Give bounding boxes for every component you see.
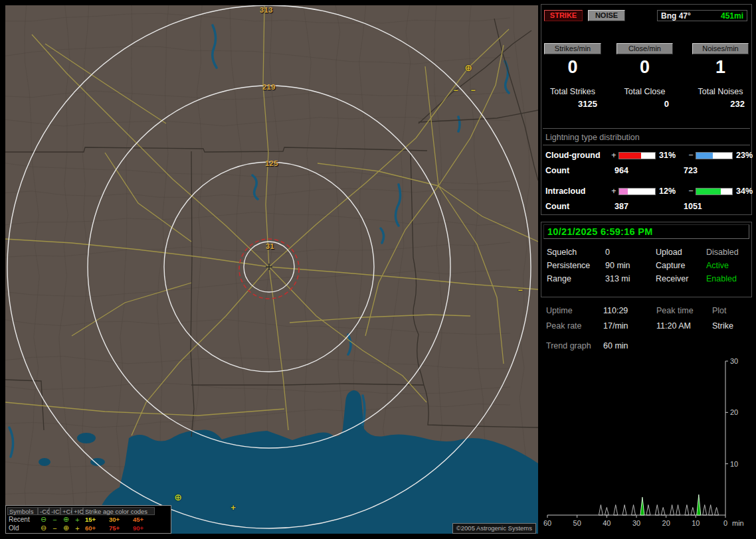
strike-mode-button[interactable]: STRIKE <box>544 10 583 21</box>
svg-text:50: 50 <box>573 519 581 527</box>
ic-positive-pct: 12% <box>657 187 686 196</box>
capture-label: Capture <box>656 261 706 270</box>
intracloud-label: Intracloud <box>545 187 609 196</box>
svg-text:40: 40 <box>603 519 611 527</box>
trend-spike <box>676 505 680 515</box>
persistence-value: 90 min <box>605 261 656 270</box>
ic-negative-count: 1051 <box>684 202 749 211</box>
count-label: Count <box>545 166 614 175</box>
legend-old-label: Old <box>7 524 38 532</box>
age-45: 45+ <box>131 516 155 523</box>
trend-spike <box>715 507 719 515</box>
peak-time-value: 11:20 AM <box>656 321 712 331</box>
capture-status: Active <box>706 261 749 270</box>
uptime-value: 110:29 <box>603 306 656 315</box>
bearing-distance: 451mi <box>721 11 743 21</box>
age-75: 75+ <box>107 524 131 532</box>
trend-spike <box>709 505 713 515</box>
svg-text:60: 60 <box>543 519 551 527</box>
plus-sign: + <box>609 187 618 196</box>
age-90: 90+ <box>131 524 155 532</box>
upload-status: Disabled <box>706 248 749 257</box>
total-strikes-value: 3125 <box>544 99 601 109</box>
copyright-notice: ©2005 Astrogenic Systems <box>452 523 536 534</box>
trend-spike <box>605 507 609 515</box>
status-panel: STRIKE NOISE Bng 47° 451mi Strikes/min 0… <box>538 0 756 539</box>
trend-spike <box>697 495 701 515</box>
cloud-ground-label: Cloud-ground <box>545 151 609 160</box>
strikes-per-min-button[interactable]: Strikes/min <box>544 43 601 54</box>
total-strikes-label: Total Strikes <box>544 87 601 96</box>
uptime-label: Uptime <box>546 306 603 315</box>
cg-positive-pct: 31% <box>657 151 686 160</box>
legend-symbols-header: Symbols <box>7 507 38 515</box>
legend-recent-label: Recent <box>7 516 38 523</box>
age-15: 15+ <box>83 516 107 523</box>
age-60: 60+ <box>83 524 107 532</box>
svg-text:10: 10 <box>692 519 700 527</box>
trend-spike <box>646 505 650 515</box>
trend-graph-value: 60 min <box>603 341 656 350</box>
cg-negative-count: 723 <box>684 166 749 175</box>
trend-spike <box>685 505 689 515</box>
close-per-min-value: 0 <box>616 56 673 78</box>
trend-spike <box>632 505 636 515</box>
pos-ic-old-icon: + <box>72 524 83 532</box>
plus-sign: + <box>609 151 618 160</box>
divider <box>543 128 750 129</box>
receiver-status: Enabled <box>706 274 749 283</box>
pos-cg-recent-icon: ⊕ <box>60 515 72 524</box>
intracloud-row: Intracloud + 12% − 34% <box>545 186 749 196</box>
pos-ic-recent-icon: + <box>72 516 83 524</box>
strikes-per-min-column: Strikes/min 0 Total Strikes 3125 <box>544 43 601 109</box>
ic-positive-count: 387 <box>614 202 684 211</box>
pos-cg-old-icon: ⊕ <box>60 524 72 532</box>
intracloud-counts: Count 387 1051 <box>545 202 749 211</box>
ring-label-125: 125 <box>265 159 278 167</box>
strike-stats-box: STRIKE NOISE Bng 47° 451mi Strikes/min 0… <box>541 4 752 215</box>
bearing-value: Bng 47° <box>661 11 691 21</box>
receiver-label: Receiver <box>656 274 706 283</box>
ring-label-219: 219 <box>262 83 276 91</box>
settings-row: Persistence 90 min Capture Active <box>547 261 749 270</box>
plot-value: Strike <box>712 321 751 331</box>
close-per-min-button[interactable]: Close/min <box>616 43 673 54</box>
noises-per-min-button[interactable]: Noises/min <box>692 43 749 54</box>
peak-rate-label: Peak rate <box>546 321 603 331</box>
trend-spike <box>661 507 665 515</box>
noises-per-min-value: 1 <box>692 56 749 78</box>
trend-spike <box>691 507 695 515</box>
svg-text:30: 30 <box>632 519 640 527</box>
neg-ic-old-icon: − <box>49 524 60 532</box>
cg-positive-count: 964 <box>614 166 684 175</box>
ring-label-313: 313 <box>260 6 273 14</box>
trend-spike <box>622 505 626 515</box>
persistence-label: Persistence <box>547 261 605 270</box>
peak-rate-row: Peak rate 17/min 11:20 AM Strike <box>546 321 751 331</box>
trend-graph: 3020106050403020100min <box>542 354 752 530</box>
neg-cg-recent-icon: ⊖ <box>38 515 49 524</box>
age-30: 30+ <box>107 516 131 523</box>
map-legend: Symbols -CG -IC +CG +IC Strike age color… <box>5 505 171 534</box>
distribution-title: Lightning type distribution <box>545 133 640 142</box>
datetime-display: 10/21/2025 6:59:16 PM <box>543 224 749 239</box>
divider <box>543 145 750 145</box>
range-value: 313 mi <box>605 274 656 283</box>
legend-age-header: Strike age color codes <box>83 507 155 515</box>
neg-ic-recent-icon: − <box>49 516 60 524</box>
total-noises-value: 232 <box>692 99 749 109</box>
legend-col-neg-cg: -CG <box>38 507 49 515</box>
total-noises-label: Total Noises <box>692 87 749 96</box>
trend-spike <box>703 505 707 515</box>
trend-spike <box>670 505 674 515</box>
trend-spike <box>599 505 603 515</box>
trend-row: Trend graph 60 min <box>546 341 751 350</box>
settings-row: Range 313 mi Receiver Enabled <box>547 274 749 283</box>
lightning-map[interactable]: 313 219 125 31 ⊕−−−⊕+ Symbols -CG -IC +C… <box>5 5 538 534</box>
trend-graph-label: Trend graph <box>546 341 603 350</box>
plot-label: Plot <box>712 306 751 315</box>
settings-box: 10/21/2025 6:59:16 PM Squelch 0 Upload D… <box>541 222 752 297</box>
uptime-row: Uptime 110:29 Peak time Plot <box>546 306 751 315</box>
ic-negative-pct: 34% <box>734 187 753 196</box>
noise-mode-button[interactable]: NOISE <box>588 10 625 21</box>
